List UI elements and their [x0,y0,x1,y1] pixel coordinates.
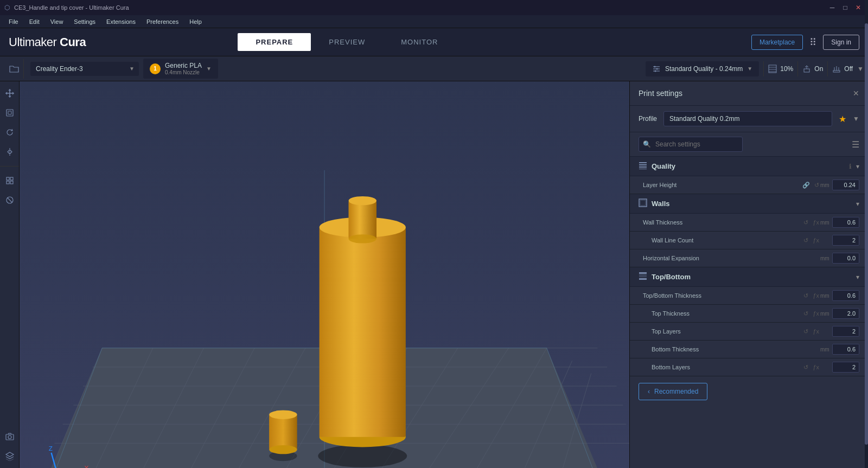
bottom-thickness-wrap: mm 0.6 [820,344,859,355]
tab-preview[interactable]: PREVIEW [311,33,383,51]
menu-help[interactable]: Help [185,17,206,26]
per-model-settings[interactable] [2,173,17,188]
material-selector[interactable]: 1 Generic PLA 0.4mm Nozzle ▼ [143,59,218,79]
horizontal-expansion-label: Horizontal Expansion [643,255,820,261]
mirror-tool[interactable] [2,144,17,159]
viewport[interactable]: X Z Y [20,81,629,468]
wall-line-count-fx[interactable]: ƒx [812,236,820,245]
menu-file[interactable]: File [4,17,23,26]
layer-height-link-icon[interactable]: 🔗 [801,181,811,190]
bottom-layers-fx[interactable]: ƒx [812,363,820,371]
top-thickness-row: Top Thickness ↺ ƒx mm 2.0 [630,305,868,323]
support-blocker[interactable] [2,193,17,208]
menu-view[interactable]: View [46,17,68,26]
wall-thickness-actions: ↺ ƒx [802,218,820,227]
topbottom-section-icon [639,272,647,282]
search-wrapper: 🔍 [639,137,847,152]
infill-value: 10% [780,65,793,73]
maximize-button[interactable]: □ [840,2,851,13]
svg-rect-77 [639,166,647,168]
svg-text:X: X [84,464,88,468]
bottom-layers-reset[interactable]: ↺ [802,363,809,372]
infill-section: 10% [768,65,793,73]
walls-chevron[interactable]: ▾ [856,200,859,208]
walls-section-header[interactable]: Walls ▾ [630,194,868,214]
quality-section-icon [639,161,647,171]
top-layers-reset[interactable]: ↺ [802,327,809,336]
topbottom-thickness-label: Top/Bottom Thickness [643,292,802,299]
top-layers-fx[interactable]: ƒx [812,327,820,336]
topbottom-thickness-value[interactable]: 0.6 [832,290,859,301]
menu-preferences[interactable]: Preferences [142,17,183,26]
top-thickness-fx[interactable]: ƒx [812,309,820,318]
scale-tool[interactable] [2,105,17,120]
svg-rect-76 [639,164,647,165]
horizontal-expansion-unit: mm [820,255,831,261]
recommended-button[interactable]: ‹ Recommended [639,383,707,400]
printer-select[interactable]: Creality Ender-3 [30,62,139,76]
camera-tool[interactable] [2,429,17,444]
top-thickness-value[interactable]: 2.0 [832,308,859,319]
svg-point-67 [269,445,297,454]
bottom-thickness-value[interactable]: 0.6 [832,344,859,355]
top-thickness-reset[interactable]: ↺ [802,309,809,318]
topbottom-thickness-reset[interactable]: ↺ [802,291,809,300]
apps-grid-icon[interactable]: ⠿ [809,36,816,48]
move-tool[interactable] [2,86,17,101]
horizontal-expansion-wrap: mm 0.0 [820,253,859,264]
svg-point-66 [269,410,297,419]
quality-chevron[interactable]: ▾ [856,163,859,170]
layer-height-value[interactable]: 0.24 [832,179,859,190]
profile-select[interactable]: Standard Quality 0.2mm Draft Quality Ext… [663,111,832,126]
signin-button[interactable]: Sign in [823,35,859,50]
minimize-button[interactable]: ─ [827,2,838,13]
settings-chevron[interactable]: ▼ [857,65,864,73]
top-layers-value[interactable]: 2 [832,326,859,337]
topbottom-thickness-fx[interactable]: ƒx [812,291,820,300]
quality-info-icon[interactable]: ℹ [849,163,852,170]
svg-rect-83 [639,274,647,275]
wall-thickness-fx[interactable]: ƒx [812,218,820,227]
svg-point-28 [8,435,11,439]
folder-button[interactable] [4,59,24,79]
layer-view[interactable] [2,448,17,464]
settings-scrollbar-thumb[interactable] [865,81,868,445]
search-input[interactable] [639,137,743,152]
wall-thickness-row: Wall Thickness ↺ ƒx mm 0.6 [630,214,868,232]
topbar-right: Marketplace ⠿ Sign in [751,35,859,50]
menu-edit[interactable]: Edit [25,17,44,26]
settings-close-button[interactable]: ✕ [853,89,859,98]
settings-scrollbar[interactable] [865,81,868,468]
material-text: Generic PLA 0.4mm Nozzle [165,62,202,75]
quality-section-header[interactable]: Quality ℹ ▾ [630,157,868,176]
wall-line-count-actions: ↺ ƒx [802,236,820,245]
nav-tabs: PREPARE PREVIEW MONITOR [238,33,456,51]
marketplace-button[interactable]: Marketplace [751,35,803,50]
wall-line-count-reset[interactable]: ↺ [802,236,809,245]
wall-line-count-value[interactable]: 2 [832,235,859,246]
svg-rect-75 [639,162,647,163]
tab-prepare[interactable]: PREPARE [238,33,311,51]
horizontal-expansion-value[interactable]: 0.0 [832,253,859,264]
settings-panel: Print settings ✕ Profile Standard Qualit… [629,81,868,468]
profile-arrow: ▼ [747,66,752,72]
wall-thickness-reset[interactable]: ↺ [802,218,809,227]
print-profile[interactable]: Standard Quality - 0.24mm ▼ [646,61,759,76]
infill-icon [768,65,777,73]
menu-extensions[interactable]: Extensions [102,17,140,26]
profile-chevron[interactable]: ▼ [853,115,859,123]
bottom-layers-value[interactable]: 2 [832,362,859,373]
close-button[interactable]: ✕ [853,2,864,13]
divider [763,61,764,76]
printer-settings-bar: Creality Ender-3 ▼ 1 Generic PLA 0.4mm N… [0,56,868,81]
menu-settings[interactable]: Settings [69,17,100,26]
rotate-tool[interactable] [2,125,17,140]
layer-height-reset-icon[interactable]: ↺ [813,181,820,190]
favorite-icon[interactable]: ★ [839,114,846,124]
wall-line-count-label: Wall Line Count [643,237,802,243]
topbottom-section-header[interactable]: Top/Bottom ▾ [630,267,868,287]
wall-thickness-value[interactable]: 0.6 [832,217,859,228]
tab-monitor[interactable]: MONITOR [383,33,456,51]
topbottom-chevron[interactable]: ▾ [856,273,859,281]
filter-icon[interactable]: ☰ [852,139,859,150]
